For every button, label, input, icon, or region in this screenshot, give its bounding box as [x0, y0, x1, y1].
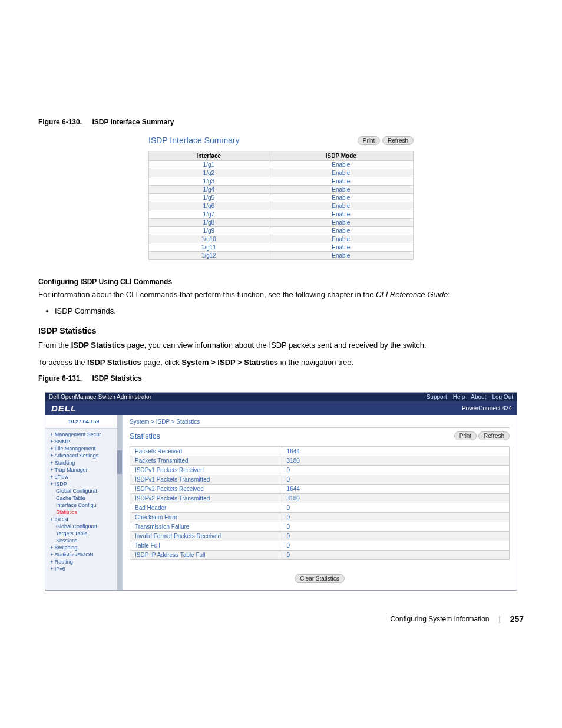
sidebar-scrollbar[interactable] — [117, 415, 122, 590]
table-row: 1/g5Enable — [149, 194, 414, 202]
table-row: 1/g8Enable — [149, 219, 414, 227]
topbar-link-help[interactable]: Help — [453, 394, 465, 400]
stat-label: Transmission Failure — [130, 522, 282, 531]
stat-label: Invalid Format Packets Received — [130, 531, 282, 541]
sidebar-item-snmp[interactable]: + SNMP — [50, 438, 120, 445]
refresh-button[interactable]: Refresh — [382, 136, 414, 145]
sidebar-item-interface-configu[interactable]: Interface Configu — [50, 502, 120, 509]
cell-interface: 1/g7 — [149, 210, 269, 219]
cli-bullet-list: ISDP Commands. — [55, 307, 524, 315]
clear-statistics-button[interactable]: Clear Statistics — [295, 574, 345, 583]
stat-label: ISDP IP Address Table Full — [130, 550, 282, 559]
table-row: ISDP IP Address Table Full0 — [130, 550, 510, 559]
cell-isdp-mode: Enable — [269, 252, 413, 260]
cell-interface: 1/g5 — [149, 194, 269, 202]
sidebar-item-global-configurat[interactable]: Global Configurat — [50, 523, 120, 530]
sidebar-item-statistics[interactable]: Statistics — [50, 509, 120, 516]
sidebar-item-stacking[interactable]: + Stacking — [50, 459, 120, 466]
device-ip: 10.27.64.159 — [45, 415, 122, 429]
sidebar-item-trap-manager[interactable]: + Trap Manager — [50, 466, 120, 473]
cli-bullet-isdp-commands: ISDP Commands. — [55, 307, 524, 315]
cell-interface: 1/g8 — [149, 219, 269, 227]
sidebar-item-management-secur[interactable]: + Management Secur — [50, 431, 120, 438]
cell-isdp-mode: Enable — [269, 243, 413, 252]
sidebar-item-sflow[interactable]: + sFlow — [50, 473, 120, 480]
sidebar-item-cache-table[interactable]: Cache Table — [50, 495, 120, 502]
sidebar-item-sessions[interactable]: Sessions — [50, 537, 120, 544]
stat-value: 0 — [282, 541, 509, 550]
cli-guide-ref: CLI Reference Guide — [376, 290, 448, 299]
table-row: Table Full0 — [130, 541, 510, 550]
print-button[interactable]: Print — [454, 431, 477, 440]
stat-value: 3180 — [282, 493, 509, 503]
cell-isdp-mode: Enable — [269, 169, 413, 177]
table-row: 1/g10Enable — [149, 235, 414, 243]
sidebar-item-targets-table[interactable]: Targets Table — [50, 530, 120, 537]
cell-isdp-mode: Enable — [269, 161, 413, 169]
cell-interface: 1/g2 — [149, 169, 269, 177]
cli-text-1: For information about the CLI commands t… — [38, 290, 376, 299]
breadcrumb: System > ISDP > Statistics — [130, 419, 510, 428]
footer-section-label: Configuring System Information — [390, 615, 489, 623]
stat-value: 1644 — [282, 446, 509, 456]
stats-paragraph-2: To access the ISDP Statistics page, clic… — [38, 357, 524, 368]
table-row: 1/g4Enable — [149, 186, 414, 194]
cell-isdp-mode: Enable — [269, 227, 413, 235]
sidebar-item-iscsi[interactable]: + iSCSI — [50, 516, 120, 523]
stat-label: Packets Transmitted — [130, 456, 282, 465]
stat-label: Packets Received — [130, 446, 282, 456]
stats-p2-e: in the navigation tree. — [278, 358, 353, 367]
stat-label: Checksum Error — [130, 512, 282, 522]
stat-label: ISDPv1 Packets Transmitted — [130, 475, 282, 484]
cell-isdp-mode: Enable — [269, 235, 413, 243]
sidebar-item-routing[interactable]: + Routing — [50, 558, 120, 565]
cell-isdp-mode: Enable — [269, 186, 413, 194]
table-row: Packets Received1644 — [130, 446, 510, 456]
table-row: Bad Header0 — [130, 503, 510, 512]
table-row: ISDPv1 Packets Transmitted0 — [130, 475, 510, 484]
topbar-link-log-out[interactable]: Log Out — [492, 394, 513, 400]
stats-p1-b: ISDP Statistics — [71, 341, 125, 350]
cell-isdp-mode: Enable — [269, 219, 413, 227]
cell-isdp-mode: Enable — [269, 210, 413, 219]
table-row: Packets Transmitted3180 — [130, 456, 510, 465]
sidebar-item-file-management[interactable]: + File Management — [50, 445, 120, 452]
footer-separator: | — [499, 615, 501, 623]
sidebar-item-advanced-settings[interactable]: + Advanced Settings — [50, 452, 120, 459]
sidebar-item-switching[interactable]: + Switching — [50, 544, 120, 551]
app-topbar: Dell OpenManage Switch Administrator Sup… — [45, 393, 517, 401]
stat-value: 3180 — [282, 456, 509, 465]
cli-subhead: Configuring ISDP Using CLI Commands — [38, 278, 524, 286]
sidebar-item-statistics-rmon[interactable]: + Statistics/RMON — [50, 551, 120, 558]
sidebar-scroll-thumb[interactable] — [117, 450, 122, 474]
sidebar-item-isdp[interactable]: + ISDP — [50, 480, 120, 487]
cell-interface: 1/g3 — [149, 177, 269, 186]
stats-p1-c: page, you can view information about the… — [125, 341, 426, 350]
stat-value: 0 — [282, 465, 509, 475]
table-row: 1/g12Enable — [149, 252, 414, 260]
print-button[interactable]: Print — [358, 136, 381, 145]
cell-isdp-mode: Enable — [269, 177, 413, 186]
stat-label: Table Full — [130, 541, 282, 550]
isdp-statistics-screenshot: Dell OpenManage Switch Administrator Sup… — [45, 392, 517, 591]
table-row: 1/g3Enable — [149, 177, 414, 186]
sidebar-item-global-configurat[interactable]: Global Configurat — [50, 487, 120, 495]
table-row: 1/g1Enable — [149, 161, 414, 169]
cli-text-2: : — [448, 290, 450, 299]
interface-summary-table: Interface ISDP Mode 1/g1Enable1/g2Enable… — [148, 151, 414, 260]
table-row: ISDPv2 Packets Received1644 — [130, 484, 510, 493]
table-row: Checksum Error0 — [130, 512, 510, 522]
col-interface-header: Interface — [149, 151, 269, 161]
refresh-button[interactable]: Refresh — [478, 431, 510, 440]
topbar-link-about[interactable]: About — [471, 394, 486, 400]
figure-title-131: ISDP Statistics — [92, 374, 141, 383]
topbar-link-support[interactable]: Support — [427, 394, 447, 400]
cell-interface: 1/g12 — [149, 252, 269, 260]
footer-page-number: 257 — [510, 614, 524, 624]
table-row: 1/g7Enable — [149, 210, 414, 219]
stats-p2-d: System > ISDP > Statistics — [181, 358, 278, 367]
sidebar-item-ipv6[interactable]: + IPv6 — [50, 565, 120, 572]
figure-title-130: ISDP Interface Summary — [92, 118, 174, 126]
stat-label: Bad Header — [130, 503, 282, 512]
stats-p2-c: page, click — [141, 358, 182, 367]
